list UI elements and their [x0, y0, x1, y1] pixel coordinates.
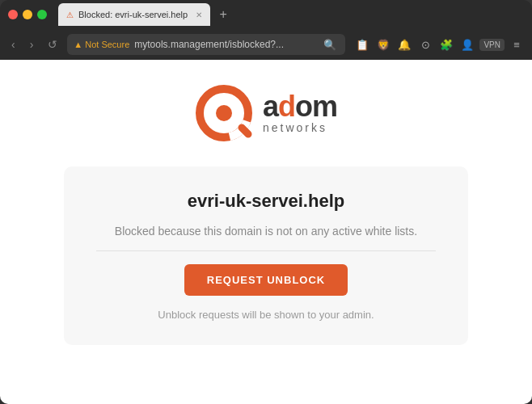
browser-content: adom networks evri-uk-servei.help Blocke…: [0, 60, 532, 404]
toolbar: ‹ › ↺ ▲ Not Secure mytools.management/is…: [0, 29, 532, 60]
profile-icon[interactable]: 👤: [458, 36, 476, 53]
admin-note: Unblock requests will be shown to your a…: [158, 309, 374, 321]
logo-brand: adom: [263, 92, 337, 121]
blocked-card: evri-uk-servei.help Blocked because this…: [64, 166, 468, 345]
new-tab-button[interactable]: +: [213, 5, 233, 24]
logo-text: adom networks: [263, 92, 337, 134]
address-text: mytools.management/isblocked?...: [134, 39, 316, 50]
forward-button[interactable]: ›: [25, 35, 39, 54]
address-bar[interactable]: ▲ Not Secure mytools.management/isblocke…: [67, 34, 345, 55]
reload-button[interactable]: ↺: [43, 35, 62, 54]
brave-icon[interactable]: 🦁: [374, 36, 392, 53]
logo-a: a: [263, 90, 278, 123]
svg-line-3: [242, 128, 248, 134]
tab-bar: ⚠ Blocked: evri-uk-servei.help ✕ +: [58, 3, 524, 26]
blocked-domain: evri-uk-servei.help: [188, 191, 344, 212]
card-divider: [96, 250, 436, 251]
extensions-icon[interactable]: 🧩: [437, 36, 455, 53]
title-bar: ⚠ Blocked: evri-uk-servei.help ✕ +: [0, 0, 532, 29]
warning-icon: ▲: [74, 40, 82, 49]
notification-icon[interactable]: 🔔: [395, 36, 413, 53]
close-button[interactable]: [8, 10, 18, 19]
back-button[interactable]: ‹: [6, 35, 20, 54]
logo-om: om: [295, 90, 337, 123]
logo-icon: [195, 84, 253, 142]
traffic-lights: [8, 10, 47, 19]
svg-point-2: [216, 105, 232, 121]
logo-o: d: [278, 90, 295, 123]
tab-close-icon[interactable]: ✕: [196, 11, 202, 19]
bookmark-icon[interactable]: 📋: [353, 36, 371, 53]
request-unblock-button[interactable]: REQUEST UNBLOCK: [184, 264, 348, 296]
page-content: adom networks evri-uk-servei.help Blocke…: [0, 60, 532, 404]
blocked-reason: Blocked because this domain is not on an…: [115, 225, 417, 238]
menu-icon[interactable]: ≡: [508, 36, 526, 53]
logo-container: adom networks: [195, 84, 337, 142]
active-tab[interactable]: ⚠ Blocked: evri-uk-servei.help ✕: [58, 3, 210, 26]
vpn-badge[interactable]: VPN: [479, 39, 505, 51]
toolbar-icons: 📋 🦁 🔔 ⊙ 🧩 👤 VPN ≡: [353, 36, 526, 53]
not-secure-label: Not Secure: [85, 40, 129, 49]
maximize-button[interactable]: [37, 10, 47, 19]
browser-window: ⚠ Blocked: evri-uk-servei.help ✕ + ‹ › ↺…: [0, 0, 532, 404]
minimize-button[interactable]: [23, 10, 32, 19]
zoom-icon[interactable]: 🔍: [321, 36, 339, 53]
tab-blocked-icon: ⚠: [66, 11, 74, 19]
history-icon[interactable]: ⊙: [416, 36, 434, 53]
not-secure-indicator: ▲ Not Secure: [74, 40, 129, 49]
tab-label: Blocked: evri-uk-servei.help: [78, 10, 188, 19]
logo-sub: networks: [263, 121, 337, 134]
